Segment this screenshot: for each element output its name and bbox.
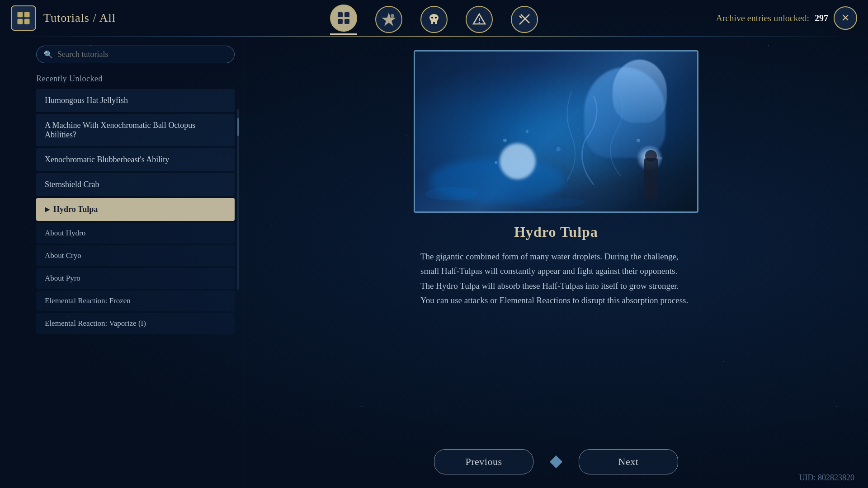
archive-count: 297 [815,13,828,23]
svg-rect-12 [479,18,480,21]
close-button[interactable]: ✕ [834,6,857,30]
svg-rect-3 [24,19,30,24]
top-left: Tutorials / All [11,5,116,31]
sidebar: 🔍 Recently Unlocked Humongous Hat Jellyf… [0,37,244,488]
svg-point-13 [479,22,480,23]
svg-point-18 [514,197,585,208]
content-description: The gigantic combined form of many water… [420,249,692,308]
sub-item-about-pyro[interactable]: About Pyro [36,268,235,289]
sub-item-about-cryo[interactable]: About Cryo [36,245,235,266]
search-box[interactable]: 🔍 [36,46,235,63]
list-item-blubberbeast[interactable]: Xenochromatic Blubberbeast's Ability [36,148,235,171]
svg-point-19 [503,139,507,142]
nav-combat-icon [511,6,538,33]
previous-button[interactable]: Previous [434,449,533,474]
close-icon: ✕ [841,12,849,24]
content-title: Hydro Tulpa [514,224,598,240]
svg-line-14 [519,14,529,24]
svg-point-20 [526,130,528,133]
top-bar: Tutorials / All [0,0,868,36]
svg-point-22 [495,161,497,164]
sub-item-list: About Hydro About Cryo About Pyro Elemen… [36,223,235,334]
svg-rect-7 [344,19,349,24]
hydro-effect [415,52,697,211]
arrow-icon: ▶ [45,206,50,213]
svg-point-9 [391,14,394,17]
page-title: Tutorials / All [43,11,116,25]
nav-combat[interactable] [511,6,538,35]
svg-rect-2 [18,19,23,24]
nav-stars[interactable] [375,6,402,35]
preview-frame [414,50,698,213]
list-item-machine[interactable]: A Machine With Xenochromatic Ball Octopu… [36,114,235,146]
nav-stars-icon [375,6,402,33]
app-icon [11,5,36,31]
list-item-hydro-tulpa[interactable]: ▶ Hydro Tulpa [36,198,235,221]
search-input[interactable] [57,50,227,59]
nav-creature[interactable] [420,6,448,35]
main-layout: 🔍 Recently Unlocked Humongous Hat Jellyf… [0,37,868,488]
uid-display: UID: 802823820 [799,473,855,483]
sub-item-about-hydro[interactable]: About Hydro [36,223,235,244]
nav-all-icon [330,5,357,32]
item-label: A Machine With Xenochromatic Ball Octopu… [45,121,226,140]
nav-creature-icon [420,6,448,33]
sub-item-label: About Hydro [45,229,85,237]
item-label: Hydro Tulpa [53,205,98,214]
preview-image [415,52,697,211]
sub-item-frozen[interactable]: Elemental Reaction: Frozen [36,291,235,311]
svg-point-10 [431,17,433,19]
tutorial-list: Humongous Hat Jellyfish A Machine With X… [36,89,235,221]
item-label: Xenochromatic Blubberbeast's Ability [45,155,169,164]
sub-item-vaporize[interactable]: Elemental Reaction: Vaporize (I) [36,313,235,334]
nav-icons [330,5,538,35]
svg-rect-4 [338,12,343,17]
bottom-navigation: Previous Next [434,449,678,474]
search-icon: 🔍 [44,50,53,59]
nav-all[interactable] [330,5,357,35]
list-item-jellyfish[interactable]: Humongous Hat Jellyfish [36,89,235,112]
nav-diamond-indicator [550,455,562,468]
svg-rect-1 [24,12,30,18]
archive-info: Archive entries unlocked: 297 ✕ [716,6,857,30]
svg-rect-6 [338,19,343,24]
next-button[interactable]: Next [579,449,678,474]
content-area: Hydro Tulpa The gigantic combined form o… [244,37,868,488]
svg-point-11 [435,17,437,19]
sub-item-label: Elemental Reaction: Vaporize (I) [45,319,146,328]
sub-item-label: Elemental Reaction: Frozen [45,296,131,305]
svg-rect-5 [344,12,349,17]
svg-rect-0 [18,12,23,18]
nav-warning[interactable] [466,6,493,35]
svg-line-16 [519,16,522,18]
svg-point-23 [637,139,640,142]
sub-item-label: About Cryo [45,251,81,260]
section-label: Recently Unlocked [36,74,235,84]
sub-item-label: About Pyro [45,274,80,282]
item-label: Sternshield Crab [45,180,99,189]
sidebar-scroll-thumb[interactable] [237,118,239,136]
sidebar-scrollbar [237,109,239,290]
archive-label: Archive entries unlocked: [716,13,809,23]
nav-warning-icon [466,6,493,33]
svg-point-17 [425,187,478,201]
svg-point-21 [556,147,561,151]
svg-point-24 [659,157,662,160]
item-label: Humongous Hat Jellyfish [45,96,128,105]
list-item-crab[interactable]: Sternshield Crab [36,173,235,196]
